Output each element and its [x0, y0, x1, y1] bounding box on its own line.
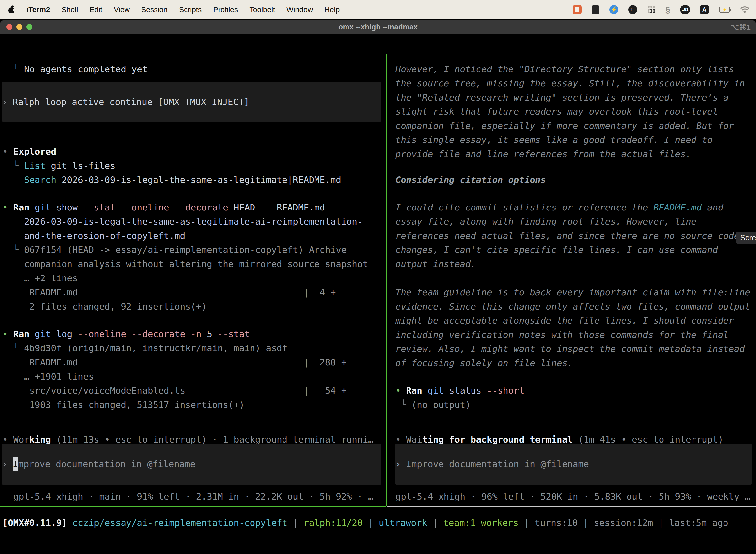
terminal-line: … +1901 lines	[2, 369, 386, 384]
waiting-status-line: • Waiting for background terminal (1m 41…	[395, 432, 756, 447]
terminal-line: slight risk that future readers may over…	[395, 105, 756, 119]
terminal-line: companion file, especially if more comme…	[395, 119, 756, 133]
wifi-icon[interactable]	[740, 6, 750, 13]
dark-crescent-icon[interactable]: ☾	[628, 5, 637, 14]
menu-session[interactable]: Session	[141, 5, 168, 14]
terminal-line: └ List git ls-files	[2, 159, 386, 173]
chat-app-icon[interactable]	[573, 5, 582, 14]
agents-status-line: └ No agents completed yet	[2, 62, 386, 76]
menu-help[interactable]: Help	[324, 5, 340, 14]
terminal-line: … +2 lines	[2, 271, 386, 285]
terminal-line: this single essay, it seems like a good …	[395, 133, 756, 147]
terminal-line: references need actual files, and since …	[395, 229, 756, 243]
terminal-line: The team guideline is to back every impo…	[395, 285, 756, 299]
menu-profiles[interactable]: Profiles	[213, 5, 238, 14]
pane-divider-horizontal-right[interactable]	[387, 506, 756, 507]
working-status-line: • Working (11m 13s • esc to interrupt) ·…	[2, 432, 386, 447]
blue-badge-icon[interactable]: ⚡	[610, 5, 618, 14]
tmux-pane-left[interactable]: └ No agents completed yet› Ralph loop ac…	[0, 54, 386, 506]
terminal-line: might be acceptable alongside the file l…	[395, 314, 756, 328]
explored-header: • Explored	[2, 145, 386, 159]
terminal-line: including verification notes with those …	[395, 328, 756, 342]
ran-git-show: • Ran git show --stat --oneline --decora…	[2, 200, 386, 214]
terminal-line: README.md | 280 +	[2, 355, 386, 369]
squiggle-icon[interactable]: §	[666, 5, 670, 15]
keyboard-app-icon[interactable]	[591, 5, 600, 14]
model-status-line: gpt-5.4 xhigh · main · 91% left · 2.31M …	[2, 490, 386, 504]
terminal-content: └ No agents completed yet› Ralph loop ac…	[0, 54, 756, 554]
pane-divider-horizontal-left[interactable]	[0, 506, 386, 507]
terminal-line: README.md | 4 +	[2, 285, 386, 299]
menu-view[interactable]: View	[114, 5, 130, 14]
terminal-line: └ (no output)	[395, 398, 756, 412]
terminal-line: I could cite commit statistics or refere…	[395, 200, 756, 214]
menu-scripts[interactable]: Scripts	[179, 5, 202, 14]
terminal-line: 1903 files changed, 513517 insertions(+)	[2, 398, 386, 412]
input-source-icon[interactable]: A	[700, 5, 709, 14]
terminal-line: of focusing solely on file lines.	[395, 356, 756, 370]
close-button[interactable]	[6, 24, 12, 30]
minimize-button[interactable]	[16, 24, 22, 30]
composer-input[interactable]: › Improve documentation in @filename	[395, 444, 752, 485]
terminal-line: 2026-03-09-is-legal-the-same-as-legitima…	[2, 214, 386, 229]
dots-grid-icon[interactable]	[647, 5, 655, 14]
screen-indicator-overlay[interactable]: Scre	[736, 232, 756, 244]
apple-menu-icon[interactable]	[8, 6, 15, 13]
menu-app-name[interactable]: iTerm2	[26, 5, 50, 14]
menu-window[interactable]: Window	[287, 5, 313, 14]
terminal-line: However, I noticed the "Directory Struct…	[395, 62, 756, 76]
terminal-line: companion analysis without altering the …	[2, 257, 386, 271]
terminal-line: Search 2026-03-09-is-legal-the-same-as-l…	[2, 173, 386, 187]
menu-toolbelt[interactable]: Toolbelt	[250, 5, 275, 14]
terminal-line: evidence. Since this change only affects…	[395, 299, 756, 314]
window-shortcut-badge: ⌥⌘1	[731, 22, 751, 31]
terminal-line: the "Related research writing" section i…	[395, 90, 756, 105]
ralph-inject-box[interactable]: › Ralph loop active continue [OMX_TMUX_I…	[2, 82, 381, 122]
battery-icon[interactable]: ⚡	[719, 7, 730, 13]
percent-badge-icon[interactable]: ..61	[680, 5, 690, 14]
tmux-pane-right[interactable]: However, I noticed the "Directory Struct…	[388, 54, 756, 506]
terminal-line: └ 067f154 (HEAD -> essay/ai-reimplementa…	[2, 243, 386, 257]
omx-status-bar: [OMX#0.11.9] cczip/essay/ai-reimplementa…	[2, 516, 754, 530]
terminal-line: essay file, along with finding root file…	[395, 214, 756, 229]
ran-git-log: • Ran git log --oneline --decorate -n 5 …	[2, 327, 386, 341]
terminal-line: provide file and line references from th…	[395, 147, 756, 161]
reasoning-heading: Considering citation options	[395, 173, 756, 187]
ran-git-status: • Ran git status --short	[395, 384, 756, 398]
terminal-line: output instead.	[395, 257, 756, 271]
window-title: omx --xhigh --madmax	[0, 22, 756, 31]
window-title-bar[interactable]: omx --xhigh --madmax ⌥⌘1	[0, 20, 756, 34]
terminal-line: and-the-erosion-of-copyleft.md	[2, 229, 386, 243]
terminal-line: 2 files changed, 92 insertions(+)	[2, 299, 386, 314]
menu-bar: iTerm2 ShellEditViewSessionScriptsProfil…	[0, 0, 756, 19]
terminal-line: review. Also, I might want to inspect th…	[395, 342, 756, 356]
terminal-line: changes, I can't cite specific file line…	[395, 243, 756, 257]
menu-edit[interactable]: Edit	[89, 5, 103, 14]
menu-shell[interactable]: Shell	[62, 5, 78, 14]
composer-input[interactable]: › Improve documentation in @filename	[2, 444, 381, 485]
iterm-window: omx --xhigh --madmax ⌥⌘1 └ No agents com…	[0, 20, 756, 554]
terminal-line: the source tree, missing the essay. Stil…	[395, 76, 756, 90]
terminal-line: src/voice/voiceModeEnabled.ts | 54 +	[2, 384, 386, 398]
pane-divider-vertical[interactable]	[386, 54, 387, 506]
model-status-line: gpt-5.4 xhigh · 96% left · 520K in · 5.8…	[395, 490, 756, 504]
terminal-line: └ 4b9d30f (origin/main, instructkr/main,…	[2, 341, 386, 355]
zoom-button[interactable]	[26, 24, 32, 30]
